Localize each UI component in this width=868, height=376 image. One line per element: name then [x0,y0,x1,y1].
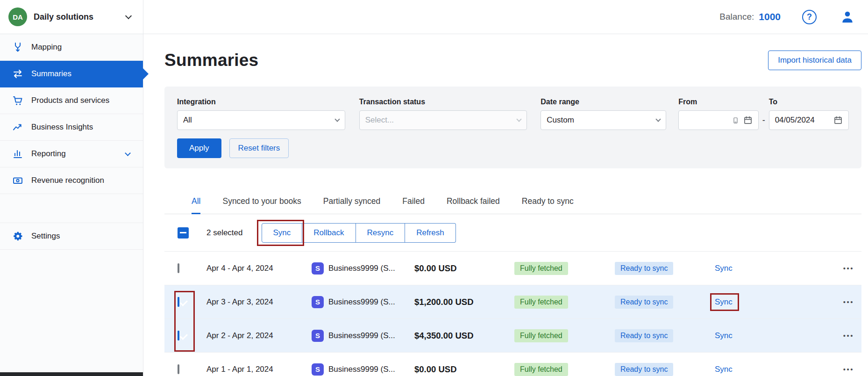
filters-row: Integration All Transaction status Selec… [177,98,849,130]
row-sync-action[interactable]: Sync [715,365,733,374]
tab-partially-synced[interactable]: Partially synced [323,190,381,214]
fetch-status-badge: Fully fetched [514,262,568,275]
stripe-icon: S [312,262,324,275]
row-amount: $1,200.00 USD [414,297,514,307]
bulk-resync-button[interactable]: Resync [356,223,406,243]
gear-icon [12,230,24,242]
table-row: Apr 3 - Apr 3, 2024 S Business9999 (S...… [164,285,861,319]
select-all-checkbox[interactable] [178,227,189,239]
calendar-icon[interactable] [743,116,753,125]
row-sync-action[interactable]: Sync [715,264,733,273]
tab-failed[interactable]: Failed [402,190,425,214]
transaction-status-select[interactable]: Select... [359,110,527,130]
row-menu-icon[interactable]: ••• [843,366,861,373]
integration-name: Business9999 (S... [328,365,395,374]
row-date-range: Apr 2 - Apr 2, 2024 [206,331,312,340]
chevron-down-icon [334,116,340,122]
app-root: DA Daily solutions Balance: 1000 ? [0,0,868,376]
org-avatar: DA [8,7,27,26]
chevron-down-icon [125,150,131,156]
row-sync-action[interactable]: Sync [715,297,733,307]
integration-label: Integration [177,98,345,106]
bulk-sync-button[interactable]: Sync [262,223,303,243]
sidebar-item-business-insights[interactable]: Business Insights [0,114,143,141]
topbar-right: Balance: 1000 ? [719,0,868,34]
date-range-select[interactable]: Custom [541,110,666,130]
tab-synced-to-your-books[interactable]: Synced to your books [222,190,301,214]
sidebar-item-label: Revenue recognition [31,176,104,185]
chevron-down-icon [517,116,522,122]
revenue-icon [12,174,24,187]
transaction-status-label: Transaction status [359,98,527,106]
integration-name: Business9999 (S... [328,297,395,307]
tab-rollback-failed[interactable]: Rollback failed [447,190,500,214]
row-date-range: Apr 1 - Apr 1, 2024 [206,365,312,374]
sidebar-item-products-and-services[interactable]: Products and services [0,87,143,114]
sidebar: Mapping Summaries Products and services [0,34,143,376]
to-date-icons [833,116,843,125]
sidebar-item-label: Reporting [31,149,66,159]
row-date-range: Apr 4 - Apr 4, 2024 [206,264,312,273]
tab-ready-to-sync[interactable]: Ready to sync [522,190,574,214]
bulk-refresh-button[interactable]: Refresh [405,223,456,243]
row-checkbox[interactable] [178,297,179,307]
fetch-status-badge: Fully fetched [514,363,568,376]
sidebar-item-settings[interactable]: Settings [0,223,143,250]
sidebar-item-mapping[interactable]: Mapping [0,34,143,61]
row-integration: S Business9999 (S... [312,262,414,275]
filter-integration: Integration All [177,98,345,130]
sidebar-item-label: Products and services [31,96,109,105]
summaries-icon [12,68,24,80]
input-indicator-icon [732,116,740,124]
main-content: Summaries Import historical data Integra… [144,34,868,376]
integration-name: Business9999 (S... [328,264,395,273]
row-amount: $0.00 USD [414,364,514,375]
sync-status-badge: Ready to sync [615,296,673,309]
filter-to-date: To 04/05/2024 [769,98,849,130]
import-historical-data-button[interactable]: Import historical data [768,51,861,70]
sidebar-item-label: Settings [31,231,60,241]
stripe-icon: S [312,330,324,342]
chevron-down-icon [656,116,661,122]
reset-filters-button[interactable]: Reset filters [229,138,289,158]
filters-actions: Apply Reset filters [177,138,849,158]
help-glyph: ? [807,12,812,22]
row-checkbox[interactable] [178,364,179,374]
date-range-label: Date range [541,98,666,106]
row-menu-icon[interactable]: ••• [843,265,861,272]
row-sync-action[interactable]: Sync [715,331,733,340]
topbar: DA Daily solutions Balance: 1000 ? [0,0,868,34]
cart-icon [12,94,24,107]
summaries-table: Apr 4 - Apr 4, 2024 S Business9999 (S...… [164,252,861,376]
sidebar-item-label: Mapping [31,43,62,52]
row-checkbox[interactable] [178,331,179,340]
table-row: Apr 1 - Apr 1, 2024 S Business9999 (S...… [164,353,861,376]
person-icon [840,9,855,24]
org-switcher[interactable]: DA Daily solutions [0,0,143,34]
to-date-input[interactable]: 04/05/2024 [769,110,849,130]
balance-value: 1000 [759,11,781,22]
account-button[interactable] [840,9,855,24]
row-checkbox[interactable] [178,263,179,273]
row-menu-icon[interactable]: ••• [843,298,861,305]
sync-status-badge: Ready to sync [615,262,673,275]
bulk-rollback-button[interactable]: Rollback [302,223,356,243]
apply-button[interactable]: Apply [177,138,221,158]
sidebar-item-reporting[interactable]: Reporting [0,141,143,167]
date-range-separator: - [759,110,769,130]
integration-value: All [183,116,332,125]
tab-all[interactable]: All [192,190,200,214]
status-tabs: All Synced to your books Partially synce… [164,190,861,214]
reporting-icon [12,148,24,160]
row-integration: S Business9999 (S... [312,363,414,376]
from-date-input[interactable] [678,110,758,130]
help-icon[interactable]: ? [802,10,817,24]
row-integration: S Business9999 (S... [312,330,414,342]
calendar-icon[interactable] [833,116,843,125]
sidebar-item-revenue-recognition[interactable]: Revenue recognition [0,167,143,194]
integration-select[interactable]: All [177,110,345,130]
row-menu-icon[interactable]: ••• [843,332,861,339]
sync-status-badge: Ready to sync [615,363,673,376]
from-label: From [678,98,758,106]
sidebar-item-summaries[interactable]: Summaries [0,61,143,87]
